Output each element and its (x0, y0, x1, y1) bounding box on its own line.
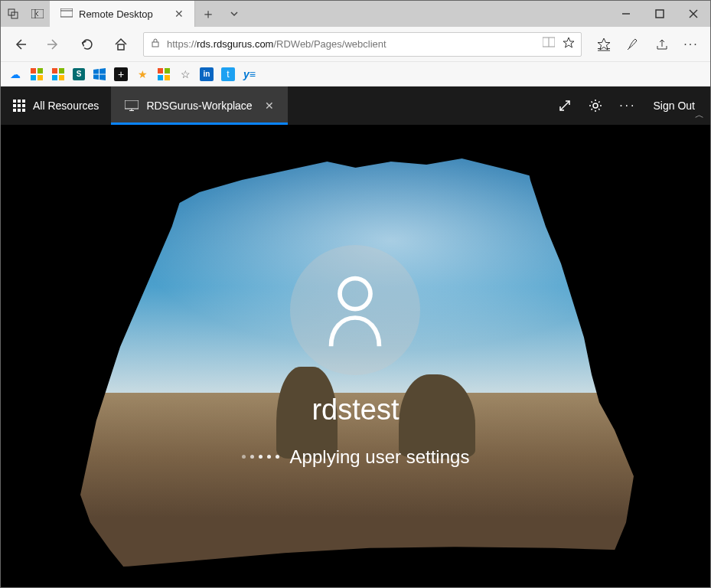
address-bar-text: https://rds.rdsgurus.com/RDWeb/Pages/web… (167, 38, 386, 50)
settings-gear-icon[interactable] (589, 99, 602, 113)
svg-marker-16 (563, 38, 574, 47)
remote-session-viewport[interactable]: rdstest Applying user settings (1, 125, 710, 587)
svg-rect-38 (165, 75, 170, 80)
microsoft-alt-icon[interactable] (157, 67, 171, 81)
window-minimize-button[interactable] (609, 1, 643, 27)
login-status-text: Applying user settings (290, 446, 470, 468)
rd-client-header: All Resources RDSGurus-Workplace ✕ ··· S… (1, 87, 710, 125)
svg-point-43 (593, 103, 598, 108)
sharepoint-icon[interactable]: S (73, 68, 85, 80)
forward-button[interactable] (39, 33, 68, 56)
close-session-icon[interactable]: ✕ (265, 100, 274, 112)
linkedin-icon[interactable]: in (200, 67, 214, 81)
svg-rect-30 (59, 75, 64, 80)
refresh-button[interactable] (73, 33, 102, 56)
svg-marker-31 (93, 69, 99, 74)
svg-line-21 (628, 47, 630, 50)
svg-rect-29 (52, 75, 57, 80)
svg-rect-12 (118, 44, 124, 50)
monitor-icon (125, 100, 139, 111)
reading-view-icon[interactable] (543, 37, 555, 52)
more-dots-icon[interactable]: ··· (619, 99, 636, 113)
svg-rect-37 (158, 75, 163, 80)
star-outline-icon[interactable]: ☆ (178, 67, 192, 81)
svg-rect-28 (59, 68, 64, 74)
svg-rect-36 (165, 68, 170, 74)
svg-rect-23 (31, 68, 36, 74)
username-label: rdstest (242, 394, 470, 426)
microsoft-icon[interactable] (51, 67, 65, 81)
plus-box-icon[interactable]: + (114, 67, 128, 81)
set-aside-tabs-icon[interactable] (25, 1, 50, 27)
browser-tab-title: Remote Desktop (79, 8, 168, 20)
collapse-chevron-icon[interactable]: ︿ (695, 109, 704, 122)
favorite-star-icon[interactable] (563, 37, 575, 52)
svg-line-42 (560, 101, 569, 110)
browser-tab-remote-desktop[interactable]: Remote Desktop ✕ (50, 1, 195, 27)
yammer-icon[interactable]: y≡ (243, 67, 256, 81)
svg-rect-13 (152, 42, 158, 47)
back-button[interactable] (5, 33, 34, 56)
close-tab-icon[interactable]: ✕ (174, 8, 184, 20)
browser-toolbar: https://rds.rdsgurus.com/RDWeb/Pages/web… (1, 27, 710, 62)
window-title-bar: Remote Desktop ✕ ＋ (1, 1, 710, 27)
svg-marker-17 (598, 38, 610, 50)
login-overlay: rdstest Applying user settings (242, 245, 470, 468)
svg-rect-35 (158, 68, 163, 74)
svg-marker-34 (99, 74, 106, 80)
user-avatar (290, 245, 420, 375)
twitter-icon[interactable]: t (221, 67, 235, 81)
svg-rect-27 (52, 68, 57, 74)
all-resources-label: All Resources (33, 100, 99, 112)
home-button[interactable] (106, 33, 135, 56)
notes-icon[interactable] (618, 33, 647, 56)
svg-point-44 (340, 278, 370, 309)
favorites-bar: ☁ S + ★ ☆ in t y≡ (1, 62, 710, 87)
active-session-label: RDSGurus-Workplace (146, 100, 252, 112)
window-maximize-button[interactable] (643, 1, 677, 27)
svg-rect-25 (31, 75, 36, 80)
svg-marker-32 (99, 68, 106, 74)
svg-rect-7 (656, 10, 664, 18)
tab-actions-icon[interactable] (1, 1, 25, 27)
sign-out-button[interactable]: Sign Out (654, 100, 695, 112)
share-icon[interactable] (647, 33, 677, 56)
new-tab-button[interactable]: ＋ (195, 1, 221, 27)
lock-icon (150, 38, 162, 51)
fullscreen-icon[interactable] (558, 99, 572, 113)
app-icon (60, 8, 73, 20)
svg-rect-4 (60, 8, 73, 17)
onedrive-icon[interactable]: ☁ (8, 67, 22, 81)
svg-rect-2 (31, 9, 44, 18)
grid-icon (13, 100, 25, 112)
more-icon[interactable]: ··· (677, 33, 706, 56)
address-bar[interactable]: https://rds.rdsgurus.com/RDWeb/Pages/web… (143, 32, 582, 57)
loading-dots-icon (242, 455, 279, 459)
all-resources-button[interactable]: All Resources (1, 87, 111, 125)
svg-rect-39 (125, 100, 139, 109)
window-close-button[interactable] (677, 1, 710, 27)
star-icon[interactable]: ★ (135, 67, 149, 81)
windows-tiles-icon[interactable] (30, 67, 44, 81)
svg-rect-24 (38, 68, 43, 74)
active-session-tab[interactable]: RDSGurus-Workplace ✕ (111, 87, 287, 125)
windows-icon[interactable] (93, 67, 106, 81)
tab-overflow-icon[interactable] (221, 1, 247, 27)
svg-marker-33 (93, 74, 99, 80)
favorites-hub-icon[interactable] (589, 33, 618, 56)
svg-rect-26 (38, 75, 43, 80)
